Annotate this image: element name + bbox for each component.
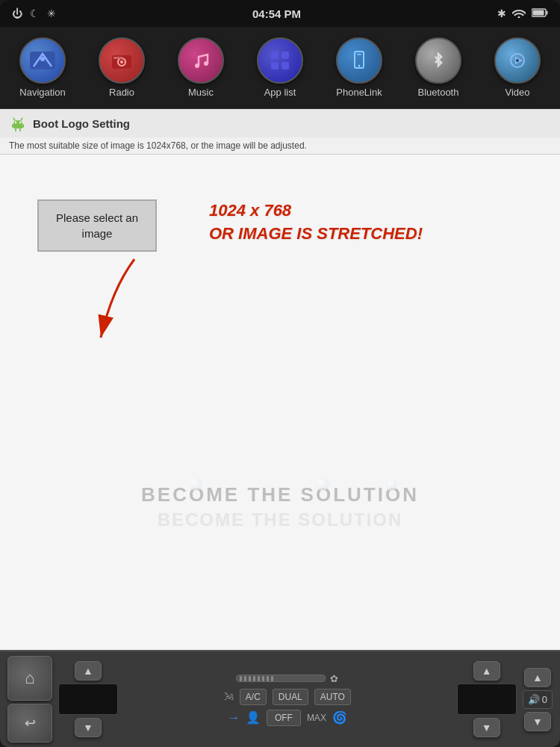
device-container: ⏻ ☾ ✳ 04:54 PM ✱ [0, 0, 560, 747]
brightness-icon: ✳ [47, 7, 56, 19]
moon-icon: ☾ [30, 7, 40, 19]
slider-tick-7 [267, 676, 269, 681]
warning-line2: OR IMAGE IS STRETCHED! [209, 223, 423, 246]
clock-display: 04:54 PM [252, 7, 301, 20]
status-bar-left: ⏻ ☾ ✳ [12, 7, 56, 19]
blue-arrow-icon: → [228, 711, 240, 725]
wifi-icon [512, 7, 526, 20]
vol-down-left-button[interactable]: ▼ [75, 718, 102, 737]
watermark-shadow-text: Become The Solution [141, 509, 419, 530]
power-icon: ⏻ [12, 7, 22, 19]
vol-up-left-button[interactable]: ▲ [75, 661, 102, 681]
sub-header-title: Boot Logo Setting [33, 117, 130, 130]
max-label: MAX [307, 713, 326, 723]
status-bar: ⏻ ☾ ✳ 04:54 PM ✱ [0, 0, 560, 27]
svg-rect-11 [271, 52, 279, 59]
watermark: Become The Solution Become The Solution [141, 483, 419, 530]
dual-label: DUAL [279, 692, 302, 702]
volume-display: 🔊 0 [523, 690, 553, 709]
nav-video-label: Video [505, 87, 529, 98]
nav-item-video[interactable]: Video [488, 37, 547, 98]
status-bar-right: ✱ [497, 7, 548, 20]
slider-row: ✿ [236, 673, 338, 684]
slider-tick-3 [249, 676, 251, 681]
vol-down-right-button[interactable]: ▼ [473, 718, 500, 737]
nav-bluetooth-label: Bluetooth [418, 87, 459, 98]
nav-item-bluetooth[interactable]: Bluetooth [408, 37, 468, 98]
center-controls: ✿ 🌬 A/C DUAL AUTO → 👤 OFF [124, 673, 451, 726]
volume-speaker-icon: 🔊 [528, 694, 540, 705]
volume-cluster: ▲ 🔊 0 ▼ [523, 668, 553, 731]
svg-rect-12 [281, 52, 289, 59]
nav-music-label: Music [188, 87, 214, 98]
off-label: OFF [275, 713, 293, 723]
nav-music-icon-circle [178, 37, 224, 84]
android-icon [9, 114, 27, 132]
nav-phonelink-label: PhoneLink [336, 87, 382, 98]
vol-main-down-button[interactable]: ▼ [524, 712, 551, 731]
home-button[interactable]: ⌂ [7, 656, 52, 701]
back-icon: ↩ [25, 715, 36, 731]
right-vol-cluster: ▲ ▼ [457, 661, 517, 737]
slider-track[interactable] [236, 675, 326, 682]
auto-button[interactable]: AUTO [314, 689, 351, 705]
slider-tick-2 [244, 676, 246, 681]
vol-main-up-button[interactable]: ▲ [524, 668, 551, 687]
svg-point-21 [15, 122, 16, 123]
nav-item-music[interactable]: Music [171, 37, 231, 98]
nav-item-phonelink[interactable]: PhoneLink [329, 37, 389, 98]
slider-tick-6 [262, 676, 264, 681]
nav-item-applist[interactable]: App list [250, 37, 310, 98]
dual-button[interactable]: DUAL [273, 689, 308, 705]
ac-label: A/C [246, 692, 261, 702]
arrow-indicator [90, 252, 179, 349]
nav-video-icon-circle [494, 37, 541, 84]
ac-button[interactable]: A/C [240, 689, 267, 705]
left-display-screen [58, 684, 118, 715]
select-image-button[interactable]: Please select an image [37, 199, 157, 252]
defrost-icon: 🌬 [224, 691, 234, 702]
home-icon: ⌂ [25, 669, 34, 688]
sub-header: Boot Logo Setting [0, 109, 560, 137]
nav-radio-icon-circle [99, 37, 145, 84]
ac-controls: 🌬 A/C DUAL AUTO [224, 689, 351, 705]
svg-point-4 [40, 57, 45, 61]
nav-bluetooth-icon-circle [415, 37, 461, 84]
svg-rect-2 [546, 11, 547, 15]
svg-point-7 [120, 61, 123, 63]
nav-navigation-icon-circle [19, 37, 66, 84]
nav-navigation-label: Navigation [19, 87, 65, 98]
vol-down-right-icon: ▼ [482, 722, 492, 734]
car-fan-icon: 🌀 [332, 710, 347, 725]
off-button[interactable]: OFF [267, 710, 301, 726]
bluetooth-status-icon: ✱ [497, 7, 506, 19]
back-button[interactable]: ↩ [7, 704, 52, 743]
battery-icon [532, 7, 548, 19]
info-bar: The most suitable size of image is 1024x… [0, 137, 560, 155]
svg-rect-8 [113, 57, 122, 59]
svg-rect-26 [19, 128, 21, 131]
nav-item-radio[interactable]: Radio [92, 37, 152, 98]
select-image-label: Please select an image [56, 211, 138, 240]
svg-rect-24 [22, 124, 24, 128]
vol-up-left-icon: ▲ [83, 665, 93, 677]
slider-tick-1 [240, 676, 242, 681]
svg-rect-14 [281, 62, 289, 69]
volume-value: 0 [542, 694, 547, 705]
svg-point-20 [516, 59, 519, 62]
nav-applist-label: App list [264, 87, 296, 98]
nav-item-navigation[interactable]: Navigation [13, 37, 72, 98]
svg-point-22 [19, 122, 21, 123]
svg-rect-1 [532, 10, 544, 16]
slider-tick-4 [253, 676, 255, 681]
vol-up-right-button[interactable]: ▲ [473, 661, 500, 681]
svg-rect-23 [12, 124, 13, 128]
svg-point-16 [358, 65, 361, 67]
person-icon: 👤 [246, 710, 261, 725]
slider-tick-8 [271, 676, 273, 681]
nav-bar: Navigation Radio Music [0, 27, 560, 109]
vol-down-left-icon: ▼ [83, 722, 93, 734]
bottom-panel: ⌂ ↩ ▲ ▼ [0, 650, 560, 747]
slider-tick-5 [258, 676, 260, 681]
vol-main-up-icon: ▲ [532, 672, 543, 684]
